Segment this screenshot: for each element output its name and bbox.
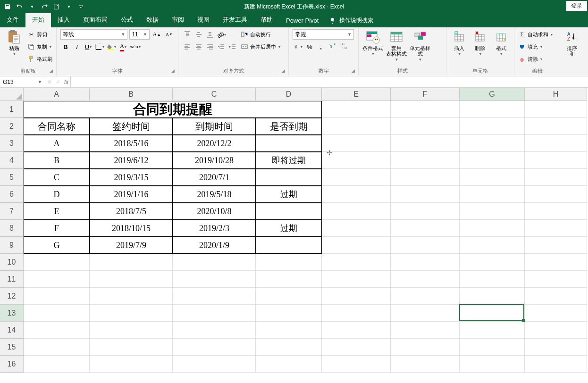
cell[interactable] [173, 305, 256, 322]
cell[interactable] [322, 271, 391, 288]
cell[interactable] [391, 322, 460, 339]
border-button[interactable]: ▾ [94, 42, 105, 52]
cell[interactable] [391, 220, 460, 237]
cell[interactable]: 签约时间 [90, 118, 173, 135]
tab-review[interactable]: 审阅 [165, 12, 191, 27]
row-header-15[interactable]: 15 [0, 339, 24, 356]
underline-button[interactable]: U▾ [83, 42, 93, 52]
tab-data[interactable]: 数据 [140, 12, 165, 27]
column-header-H[interactable]: H [525, 88, 587, 101]
cancel-formula-icon[interactable]: ✕ [47, 79, 52, 85]
cell[interactable] [391, 237, 460, 254]
cell[interactable] [322, 220, 391, 237]
cell[interactable] [322, 288, 391, 305]
cell[interactable] [460, 271, 525, 288]
cell[interactable] [256, 254, 322, 271]
cell[interactable] [256, 288, 322, 305]
cell[interactable]: 是否到期 [256, 118, 322, 135]
tab-developer[interactable]: 开发工具 [216, 12, 254, 27]
cell[interactable] [391, 254, 460, 271]
cell[interactable] [256, 271, 322, 288]
cell[interactable] [391, 118, 460, 135]
cell[interactable] [322, 135, 391, 152]
column-header-E[interactable]: E [322, 88, 391, 101]
cell[interactable]: C [24, 169, 90, 186]
undo-icon[interactable] [14, 1, 25, 12]
cell[interactable] [322, 118, 391, 135]
cell[interactable]: 2019/6/12 [90, 152, 173, 169]
cell[interactable] [525, 339, 587, 356]
cell[interactable] [525, 305, 587, 322]
row-header-4[interactable]: 4 [0, 152, 24, 169]
name-box[interactable]: G13 ▼ [0, 76, 45, 87]
cell[interactable] [525, 169, 587, 186]
cell[interactable]: 过期 [256, 186, 322, 203]
cell[interactable] [24, 356, 90, 373]
cell[interactable] [256, 339, 322, 356]
cell[interactable] [391, 152, 460, 169]
cell[interactable] [24, 288, 90, 305]
cell[interactable] [173, 271, 256, 288]
cell[interactable]: 2019/7/9 [90, 237, 173, 254]
cell[interactable] [525, 220, 587, 237]
cell[interactable] [24, 271, 90, 288]
cell[interactable] [322, 339, 391, 356]
cell[interactable] [460, 101, 525, 118]
cell[interactable] [90, 339, 173, 356]
cut-button[interactable]: ✂ 剪切 [27, 29, 52, 40]
row-header-13[interactable]: 13 [0, 305, 24, 322]
login-button[interactable]: 登录 [566, 1, 587, 11]
row-header-5[interactable]: 5 [0, 169, 24, 186]
cell[interactable] [460, 339, 525, 356]
cell[interactable] [90, 356, 173, 373]
cell[interactable]: B [24, 152, 90, 169]
align-top-button[interactable] [182, 29, 193, 40]
format-painter-button[interactable]: 格式刷 [27, 54, 52, 64]
redo-icon[interactable] [39, 1, 50, 12]
decrease-indent-button[interactable] [216, 42, 227, 52]
cell[interactable] [24, 254, 90, 271]
select-all-corner[interactable] [0, 88, 24, 101]
cell[interactable]: 即将过期 [256, 152, 322, 169]
cell[interactable] [24, 305, 90, 322]
tab-home[interactable]: 开始 [25, 12, 51, 27]
align-left-button[interactable] [182, 42, 193, 52]
percent-button[interactable]: % [304, 42, 315, 52]
cell[interactable]: G [24, 237, 90, 254]
undo-dropdown-icon[interactable]: ▼ [26, 1, 38, 12]
tab-page-layout[interactable]: 页面布局 [76, 12, 114, 27]
tab-help[interactable]: 帮助 [254, 12, 279, 27]
row-header-14[interactable]: 14 [0, 322, 24, 339]
cell[interactable] [90, 288, 173, 305]
cell[interactable] [24, 339, 90, 356]
cell[interactable] [460, 220, 525, 237]
align-center-button[interactable] [193, 42, 204, 52]
cell[interactable]: D [24, 186, 90, 203]
copy-button[interactable]: 复制 ▾ [27, 42, 52, 52]
comma-button[interactable]: , [316, 42, 326, 52]
align-middle-button[interactable] [193, 29, 204, 40]
cell[interactable]: 2018/5/16 [90, 135, 173, 152]
cell[interactable] [322, 101, 391, 118]
cell[interactable] [256, 203, 322, 220]
font-size-combo[interactable]: 11 ▼ [129, 29, 150, 40]
column-header-A[interactable]: A [24, 88, 90, 101]
tab-insert[interactable]: 插入 [51, 12, 76, 27]
column-header-C[interactable]: C [173, 88, 256, 101]
cell[interactable] [322, 169, 391, 186]
number-format-combo[interactable]: 常规 ▼ [293, 29, 354, 40]
cell[interactable]: 2020/10/8 [173, 203, 256, 220]
cell[interactable] [322, 254, 391, 271]
row-header-6[interactable]: 6 [0, 186, 24, 203]
cell[interactable] [90, 271, 173, 288]
cell[interactable]: 2020/12/2 [173, 135, 256, 152]
merged-title-cell[interactable]: 合同到期提醒 [24, 101, 322, 118]
cell[interactable] [256, 305, 322, 322]
cell[interactable]: E [24, 203, 90, 220]
cell[interactable]: 2019/5/18 [173, 186, 256, 203]
cell[interactable]: 过期 [256, 220, 322, 237]
dialog-launcher-icon[interactable]: ◢ [50, 68, 55, 74]
fill-button[interactable]: 填充 ▾ [518, 42, 557, 52]
align-right-button[interactable] [205, 42, 215, 52]
cell[interactable] [460, 288, 525, 305]
